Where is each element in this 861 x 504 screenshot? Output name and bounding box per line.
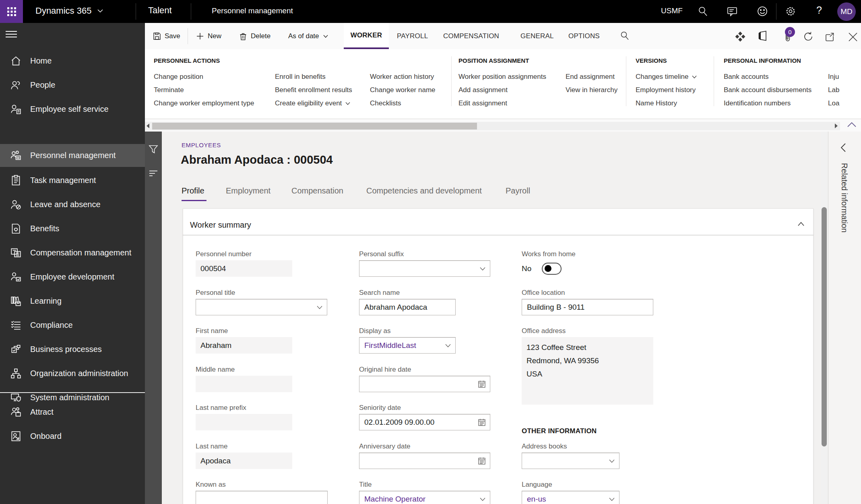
- tab-competencies-and-development[interactable]: Competencies and development: [366, 186, 482, 195]
- personnel-badge-icon: [10, 150, 21, 161]
- change-worker-name-link[interactable]: Change worker name: [370, 85, 436, 95]
- vertical-scrollbar-thumb[interactable]: [822, 207, 827, 446]
- save-button[interactable]: Save: [153, 23, 180, 49]
- tab-compensation-page[interactable]: Compensation: [291, 186, 343, 195]
- personal-title-select[interactable]: [196, 299, 327, 315]
- scroll-right-arrow-icon[interactable]: [834, 123, 838, 129]
- related-information-panel: Related information: [828, 132, 861, 504]
- create-eligibility-event-link[interactable]: Create eligibility event: [275, 98, 351, 109]
- tab-worker[interactable]: WORKER: [344, 23, 389, 49]
- sidebar-item-compensation-management[interactable]: Compensation management: [0, 241, 145, 265]
- language-select[interactable]: en-us: [522, 491, 619, 504]
- sidebar-item-employee-development[interactable]: Employee development: [0, 265, 145, 289]
- sidebar-item-organization-administration[interactable]: Organization administration: [0, 361, 145, 385]
- tab-compensation[interactable]: COMPENSATION: [442, 23, 501, 49]
- edit-assignment-link[interactable]: Edit assignment: [458, 98, 507, 109]
- worker-position-assignments-link[interactable]: Worker position assignments: [458, 72, 546, 82]
- display-as-select[interactable]: FirstMiddleLast: [359, 337, 456, 354]
- change-position-link[interactable]: Change position: [154, 72, 203, 82]
- add-assignment-link[interactable]: Add assignment: [458, 85, 508, 95]
- chevron-down-icon: [609, 458, 615, 464]
- office-icon[interactable]: [758, 31, 768, 41]
- calendar-icon[interactable]: [478, 457, 486, 465]
- loan-link-clipped[interactable]: Loa: [828, 98, 860, 109]
- app-switcher[interactable]: Dynamics 365: [35, 6, 103, 16]
- terminate-link[interactable]: Terminate: [154, 85, 184, 95]
- language-field: Language en-us: [522, 481, 619, 504]
- help-icon[interactable]: ?: [816, 4, 822, 16]
- enroll-in-benefits-link[interactable]: Enroll in benefits: [275, 72, 326, 82]
- personalize-shapes-icon[interactable]: [735, 31, 745, 42]
- tab-general[interactable]: GENERAL: [519, 23, 555, 49]
- benefit-enrollment-results-link[interactable]: Benefit enrollment results: [275, 85, 352, 95]
- tab-payroll[interactable]: PAYROLL: [395, 23, 429, 49]
- search-name-input[interactable]: [359, 299, 456, 315]
- new-button[interactable]: New: [196, 23, 221, 49]
- checklists-link[interactable]: Checklists: [370, 98, 401, 109]
- actionpane-search-icon[interactable]: [620, 31, 630, 41]
- sidebar-item-task-management[interactable]: Task management: [0, 168, 145, 192]
- identification-numbers-link[interactable]: Identification numbers: [724, 98, 791, 109]
- title-select[interactable]: Machine Operator: [359, 491, 490, 504]
- close-icon[interactable]: [848, 32, 858, 42]
- employment-history-link[interactable]: Employment history: [636, 85, 696, 95]
- changes-timeline-link[interactable]: Changes timeline: [636, 72, 697, 82]
- change-worker-employment-type-link[interactable]: Change worker employment type: [154, 98, 254, 109]
- tab-options[interactable]: OPTIONS: [567, 23, 601, 49]
- address-books-select[interactable]: [522, 453, 619, 469]
- smiley-icon[interactable]: [757, 6, 768, 16]
- end-assignment-link[interactable]: End assignment: [566, 72, 615, 82]
- bank-accounts-link[interactable]: Bank accounts: [724, 72, 769, 82]
- tab-payroll-page[interactable]: Payroll: [506, 186, 530, 195]
- open-in-new-window-icon[interactable]: [824, 32, 835, 42]
- sidebar-item-attract[interactable]: Attract: [0, 400, 145, 424]
- injury-link-clipped[interactable]: Inju: [828, 72, 860, 82]
- sidebar: Home People Employee self service Person…: [0, 23, 145, 504]
- calendar-icon[interactable]: [478, 418, 486, 426]
- sidebar-item-business-processes[interactable]: Business processes: [0, 337, 145, 361]
- sidebar-item-onboard[interactable]: Onboard: [0, 424, 145, 448]
- advanced-filter-icon[interactable]: [149, 169, 158, 178]
- works-from-home-toggle[interactable]: [542, 263, 562, 275]
- hamburger-icon[interactable]: [6, 30, 17, 38]
- name-history-link[interactable]: Name History: [636, 98, 677, 109]
- office-location-input[interactable]: [522, 299, 653, 315]
- app-launcher-button[interactable]: [0, 0, 23, 23]
- known-as-input[interactable]: [196, 491, 328, 504]
- sidebar-item-home[interactable]: Home: [0, 49, 145, 73]
- gear-icon[interactable]: [785, 6, 796, 16]
- scroll-left-arrow-icon[interactable]: [146, 123, 150, 129]
- filter-funnel-icon[interactable]: [149, 144, 158, 154]
- feedback-icon[interactable]: [727, 6, 737, 16]
- sidebar-item-employee-self-service[interactable]: Employee self service: [0, 97, 145, 121]
- expand-related-panel-chevron-left-icon[interactable]: [840, 143, 846, 152]
- avatar[interactable]: MD: [837, 2, 856, 21]
- company-picker[interactable]: USMF: [661, 6, 683, 15]
- as-of-date-button[interactable]: As of date: [288, 23, 328, 49]
- sidebar-item-leave-and-absence[interactable]: Leave and absence: [0, 192, 145, 216]
- refresh-icon[interactable]: [803, 31, 814, 42]
- sidebar-item-compliance[interactable]: Compliance: [0, 313, 145, 337]
- collapse-action-pane-button[interactable]: [847, 121, 857, 128]
- personal-suffix-select[interactable]: [359, 260, 490, 277]
- labor-link-clipped[interactable]: Lab: [828, 85, 860, 95]
- calendar-icon[interactable]: [478, 380, 486, 388]
- document-heart-icon: [10, 223, 21, 234]
- collapse-section-chevron-up-icon[interactable]: [797, 222, 805, 226]
- sidebar-item-personnel-management[interactable]: Personnel management: [0, 144, 145, 167]
- horizontal-scrollbar-thumb[interactable]: [152, 123, 477, 130]
- tab-employment[interactable]: Employment: [226, 186, 270, 195]
- anniversary-date-input[interactable]: [359, 453, 490, 469]
- seniority-date-input[interactable]: 02.01.2009 09.00.00: [359, 414, 490, 430]
- sidebar-item-people[interactable]: People: [0, 73, 145, 97]
- original-hire-date-input[interactable]: [359, 376, 490, 392]
- search-icon[interactable]: [698, 6, 708, 16]
- sidebar-item-learning[interactable]: Learning: [0, 289, 145, 313]
- sidebar-item-benefits[interactable]: Benefits: [0, 216, 145, 241]
- view-in-hierarchy-link[interactable]: View in hierarchy: [566, 85, 617, 95]
- bank-account-disbursements-link[interactable]: Bank account disbursements: [724, 85, 811, 95]
- tab-profile[interactable]: Profile: [182, 186, 204, 195]
- sidebar-divider: [0, 392, 145, 393]
- delete-button[interactable]: Delete: [239, 23, 270, 49]
- worker-action-history-link[interactable]: Worker action history: [370, 72, 434, 82]
